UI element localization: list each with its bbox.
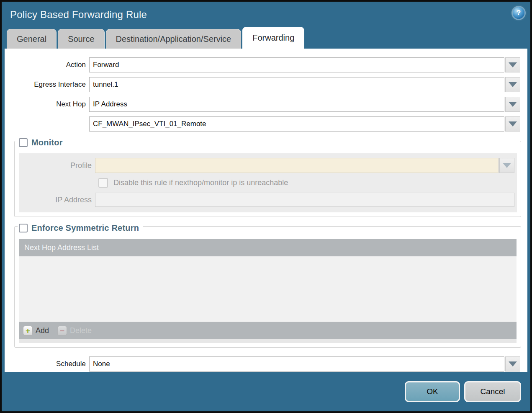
tab-forwarding[interactable]: Forwarding xyxy=(242,27,304,49)
monitor-ip-address-label: IP Address xyxy=(19,196,95,204)
next-hop-row: Next Hop xyxy=(5,97,520,112)
dialog-title: Policy Based Forwarding Rule xyxy=(10,9,147,21)
profile-label: Profile xyxy=(19,161,95,170)
symmetric-return-fieldset: Enforce Symmetric Return Next Hop Addres… xyxy=(14,226,521,348)
dialog-footer: OK Cancel xyxy=(2,370,530,411)
next-hop-address-input[interactable] xyxy=(89,116,504,132)
profile-row: Profile xyxy=(19,158,514,173)
schedule-dropdown-button[interactable] xyxy=(505,356,520,372)
chevron-down-icon xyxy=(509,62,517,67)
tab-destination-label: Destination/Application/Service xyxy=(116,34,231,44)
dialog-titlebar: Policy Based Forwarding Rule ? xyxy=(2,2,530,26)
schedule-label: Schedule xyxy=(5,360,89,368)
delete-button: − Delete xyxy=(57,326,92,336)
table-toolbar: + Add − Delete xyxy=(19,322,517,339)
help-icon[interactable]: ? xyxy=(513,7,524,19)
help-glyph: ? xyxy=(517,9,521,17)
profile-dropdown-button xyxy=(499,158,514,173)
next-hop-address-row xyxy=(5,116,520,132)
schedule-input[interactable] xyxy=(89,356,504,372)
monitor-legend: Monitor xyxy=(18,138,67,147)
schedule-combo xyxy=(89,356,520,372)
monitor-ip-address-input xyxy=(95,193,514,207)
egress-interface-combo xyxy=(89,77,520,92)
next-hop-type-input[interactable] xyxy=(89,97,504,112)
egress-interface-dropdown-button[interactable] xyxy=(505,77,520,92)
monitor-checkbox[interactable] xyxy=(19,138,28,147)
chevron-down-icon xyxy=(509,121,517,126)
egress-interface-input[interactable] xyxy=(89,77,504,92)
symmetric-return-legend-label: Enforce Symmetric Return xyxy=(31,223,139,233)
schedule-row: Schedule xyxy=(5,356,520,372)
next-hop-combo xyxy=(89,97,520,112)
plus-icon: + xyxy=(23,326,33,336)
monitor-fieldset: Monitor Profile Disable this rule if nex… xyxy=(14,141,521,217)
pbf-rule-dialog: Policy Based Forwarding Rule ? General S… xyxy=(0,0,532,413)
action-combo xyxy=(89,57,520,72)
chevron-down-icon xyxy=(509,102,517,107)
monitor-ip-address-row: IP Address xyxy=(19,193,514,207)
forwarding-tab-panel: Action Egress Interface Next Hop xyxy=(5,49,527,372)
action-input[interactable] xyxy=(89,57,504,72)
monitor-disabled-panel: Profile Disable this rule if nexthop/mon… xyxy=(19,153,517,212)
profile-combo xyxy=(95,158,514,173)
ok-button[interactable]: OK xyxy=(405,381,460,402)
chevron-down-icon xyxy=(503,163,511,168)
next-hop-address-combo xyxy=(89,116,520,132)
symmetric-return-legend: Enforce Symmetric Return xyxy=(18,223,143,233)
next-hop-address-list-table: Next Hop Address List + Add − Delete xyxy=(19,239,517,339)
disable-rule-checkbox xyxy=(98,178,108,188)
monitor-legend-label: Monitor xyxy=(31,138,63,147)
chevron-down-icon xyxy=(509,82,517,87)
next-hop-address-dropdown-button[interactable] xyxy=(505,116,520,132)
tab-strip: General Source Destination/Application/S… xyxy=(2,26,530,49)
tab-destination-application-service[interactable]: Destination/Application/Service xyxy=(106,29,242,49)
tab-forwarding-label: Forwarding xyxy=(252,33,294,43)
cancel-button[interactable]: Cancel xyxy=(464,381,521,402)
tab-general[interactable]: General xyxy=(7,29,57,49)
next-hop-address-list-body[interactable] xyxy=(19,256,517,322)
action-label: Action xyxy=(5,61,89,69)
action-row: Action xyxy=(5,57,520,72)
delete-button-label: Delete xyxy=(70,326,92,335)
egress-interface-label: Egress Interface xyxy=(5,80,89,89)
disable-rule-label: Disable this rule if nexthop/monitor ip … xyxy=(113,178,288,187)
next-hop-label: Next Hop xyxy=(5,100,89,108)
profile-input xyxy=(95,158,499,173)
add-button[interactable]: + Add xyxy=(23,326,49,336)
table-bottom-shadow xyxy=(19,339,517,343)
minus-icon: − xyxy=(57,326,67,336)
next-hop-address-list-header[interactable]: Next Hop Address List xyxy=(19,239,517,256)
chevron-down-icon xyxy=(509,361,517,367)
enforce-symmetric-return-checkbox[interactable] xyxy=(19,224,28,232)
add-button-label: Add xyxy=(36,326,49,335)
tab-source-label: Source xyxy=(68,34,94,44)
next-hop-dropdown-button[interactable] xyxy=(505,97,520,112)
next-hop-address-list-header-label: Next Hop Address List xyxy=(24,243,99,252)
tab-source[interactable]: Source xyxy=(58,29,104,49)
action-dropdown-button[interactable] xyxy=(505,57,520,72)
egress-interface-row: Egress Interface xyxy=(5,77,520,92)
tab-general-label: General xyxy=(17,34,46,44)
disable-rule-row: Disable this rule if nexthop/monitor ip … xyxy=(98,178,517,188)
